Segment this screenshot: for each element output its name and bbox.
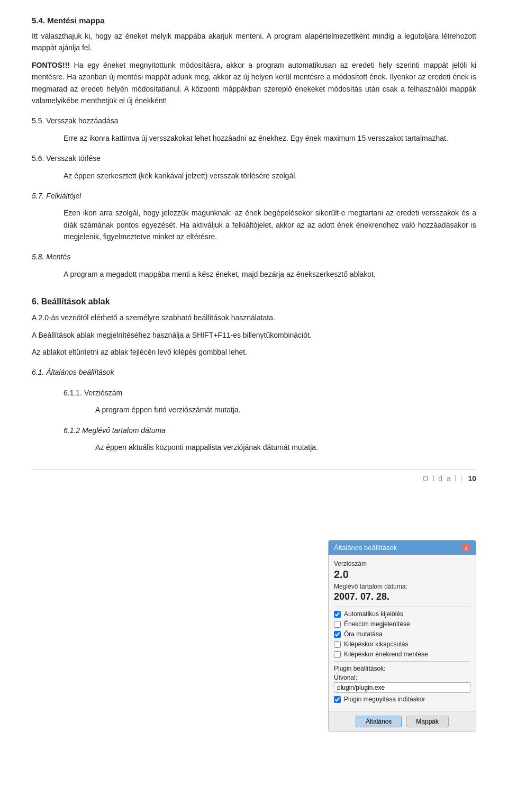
footer-label: O l d a l	[423, 474, 458, 483]
section-55: 5.5. Versszak hozzáadása Erre az ikonra …	[32, 115, 476, 144]
cb2-row: Énekcím megjelenítése	[334, 620, 470, 628]
cb3-row: Óra mutatása	[334, 630, 470, 638]
section-54: 5.4. Mentési mappa Itt választhajuk ki, …	[32, 16, 476, 106]
section-61-heading: 6.1. Általános beállítások	[32, 366, 328, 378]
section-56: 5.6. Versszak törlése Az éppen szerkeszt…	[32, 152, 476, 182]
version-label: Verziószám	[334, 560, 470, 567]
cb4-label: Kilépéskor kikapcsolás	[344, 640, 408, 648]
section-612-heading: 6.1.2 Meglévő tartalom dátuma	[64, 425, 328, 436]
settings-divider-2	[334, 661, 470, 662]
fontos-label: FONTOS!!!	[32, 61, 70, 69]
settings-panel: Általános beállítások x Verziószám 2.0 M…	[328, 540, 476, 732]
btn-mappak[interactable]: Mappák	[406, 716, 449, 727]
settings-panel-title: Általános beállítások	[334, 544, 397, 552]
section-55-heading: 5.5. Versszak hozzáadása	[32, 115, 476, 127]
date-value: 2007. 07. 28.	[334, 591, 470, 602]
section-56-heading: 5.6. Versszak törlése	[32, 152, 476, 164]
section-54-heading: 5.4. Mentési mappa	[32, 16, 476, 25]
footer-separator: |	[461, 474, 463, 483]
page-footer: O l d a l | 10	[32, 470, 476, 483]
section-612-p1: Az éppen aktuális központi mappalista ve…	[95, 441, 328, 453]
section-56-p1: Az éppen szerkesztett (kék karikával jel…	[64, 170, 476, 182]
settings-divider-1	[334, 607, 470, 607]
section-611: 6.1.1. Verziószám A program éppen futó v…	[64, 387, 328, 416]
cb5-label: Kilépéskor énekrend mentése	[344, 651, 428, 658]
section-57-heading: 5.7. Felkiáltójel	[32, 190, 476, 202]
cb1-checkbox[interactable]	[334, 611, 341, 618]
cb1-label: Automatikus kijelölés	[344, 610, 403, 618]
section-6-p2: A Beállítások ablak megjelnítéséhez hasz…	[32, 329, 328, 341]
section-612: 6.1.2 Meglévő tartalom dátuma Az éppen a…	[64, 425, 328, 454]
plugin-path-input[interactable]	[334, 682, 470, 693]
cb3-checkbox[interactable]	[334, 631, 341, 638]
version-value: 2.0	[334, 569, 470, 581]
cb6-checkbox[interactable]	[334, 696, 341, 703]
plugin-label: Plugin beállítások:	[334, 665, 470, 672]
cb1-row: Automatikus kijelölés	[334, 610, 470, 618]
section-58: 5.8. Mentés A program a megadott mappába…	[32, 251, 476, 280]
cb5-checkbox[interactable]	[334, 651, 341, 658]
section-611-heading: 6.1.1. Verziószám	[64, 387, 328, 399]
cb6-row: Plugin megnyitása indításkor	[334, 696, 470, 703]
section-6-heading: 6. Beállítások ablak	[32, 297, 328, 306]
cb3-label: Óra mutatása	[344, 630, 383, 638]
settings-title-bar: Általános beállítások x	[329, 540, 476, 555]
cb4-checkbox[interactable]	[334, 641, 341, 648]
date-label: Meglévő tartalom dátuma:	[334, 583, 470, 590]
section-54-p2: FONTOS!!! Ha egy éneket megnyitottunk mó…	[32, 59, 476, 107]
section-61: 6.1. Általános beállítások	[32, 366, 328, 378]
utvonal-label: Útvonal:	[334, 674, 470, 681]
section-57: 5.7. Felkiáltójel Ezen ikon arra szolgál…	[32, 190, 476, 243]
cb2-label: Énekcím megjelenítése	[344, 620, 410, 628]
cb6-label: Plugin megnyitása indításkor	[344, 696, 425, 703]
section-58-p1: A program a megadott mappába menti a kés…	[64, 268, 476, 280]
settings-close-button[interactable]: x	[462, 544, 471, 552]
section-55-p1: Erre az ikonra kattintva új versszakokat…	[64, 132, 476, 144]
page-content: 5.4. Mentési mappa Itt választhajuk ki, …	[0, 0, 508, 493]
section-6-p3: Az ablakot eltüntetni az ablak fejlécén …	[32, 346, 328, 358]
section-57-p1: Ezen ikon arra szolgál, hogy jelezzük ma…	[64, 207, 476, 242]
section-611-p1: A program éppen futó verziószámát mutatj…	[95, 404, 328, 416]
btn-altalanos[interactable]: Általános	[356, 716, 402, 727]
section-54-p1: Itt választhajuk ki, hogy az éneket mely…	[32, 30, 476, 54]
cb2-checkbox[interactable]	[334, 621, 341, 628]
settings-body: Verziószám 2.0 Meglévő tartalom dátuma: …	[329, 555, 476, 711]
footer-page-number: 10	[468, 474, 476, 483]
section-6-p1: A 2.0-ás vezriótól elérhető a személyre …	[32, 312, 328, 323]
section-6: 6. Beállítások ablak A 2.0-ás vezriótól …	[32, 297, 328, 358]
section-58-heading: 5.8. Mentés	[32, 251, 476, 263]
cb5-row: Kilépéskor énekrend mentése	[334, 651, 470, 658]
settings-footer: Általános Mappák	[329, 711, 476, 732]
cb4-row: Kilépéskor kikapcsolás	[334, 640, 470, 648]
